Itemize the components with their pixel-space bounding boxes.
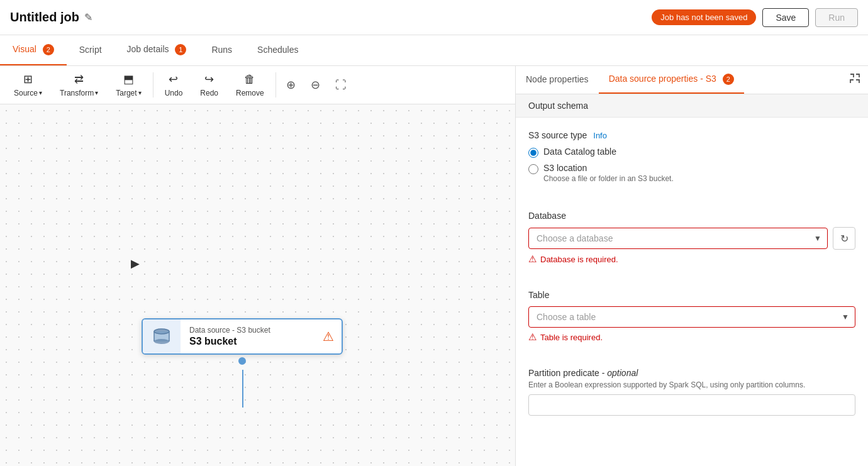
undo-icon: ↩ — [169, 72, 178, 86]
panel-tab-badge: 2 — [723, 74, 734, 85]
divider-1 — [528, 198, 855, 211]
panel-content: S3 source type Info Data Catalog table S… — [516, 118, 868, 466]
zoom-in-icon: ⊕ — [286, 79, 296, 91]
header: Untitled job ✎ Job has not been saved Sa… — [0, 0, 868, 35]
panel-expand-button[interactable] — [842, 68, 868, 92]
job-details-tab-badge: 1 — [175, 44, 186, 55]
remove-button[interactable]: 🗑 Remove — [227, 69, 273, 101]
redo-button[interactable]: ↪ Redo — [191, 69, 227, 101]
database-label: Database — [528, 211, 855, 221]
main-layout: ⊞ Source ▾ ⇄ Transform ▾ ⬒ Target ▾ — [0, 66, 868, 466]
node-warning-icon: ⚠ — [323, 329, 334, 344]
radio-s3-location[interactable]: S3 location Choose a file or folder in a… — [528, 163, 855, 183]
tab-script[interactable]: Script — [67, 36, 114, 65]
node-title: S3 bucket — [189, 336, 333, 347]
node-label: Data source - S3 bucket — [189, 326, 333, 335]
node-icon — [143, 319, 181, 353]
divider-3 — [528, 355, 855, 368]
header-left: Untitled job ✎ — [10, 10, 92, 25]
source-label-row: Source ▾ — [14, 89, 42, 97]
table-error-icon: ⚠ — [528, 331, 537, 343]
tab-runs[interactable]: Runs — [199, 36, 245, 65]
database-error-icon: ⚠ — [528, 253, 537, 265]
transform-icon: ⇄ — [74, 72, 84, 86]
undo-button[interactable]: ↩ Undo — [156, 69, 192, 101]
partition-label: Partition predicate - optional — [528, 368, 855, 378]
toolbar-separator-2 — [275, 72, 276, 97]
node-connector — [238, 357, 246, 365]
s3-node[interactable]: Data source - S3 bucket S3 bucket ⚠ — [142, 318, 343, 355]
svg-point-2 — [154, 339, 169, 344]
source-icon: ⊞ — [23, 72, 33, 86]
target-button[interactable]: ⬒ Target ▾ — [107, 69, 150, 101]
table-select[interactable]: Choose a table — [528, 306, 855, 328]
source-button[interactable]: ⊞ Source ▾ — [5, 69, 51, 101]
save-button[interactable]: Save — [762, 8, 809, 27]
database-refresh-button[interactable]: ↻ — [833, 227, 855, 250]
database-select-wrapper: Choose a database ▼ — [528, 228, 828, 249]
target-arrow-icon: ▾ — [138, 89, 142, 96]
panel-tabs: Node properties Data source properties -… — [516, 66, 868, 94]
database-select-row: Choose a database ▼ ↻ — [528, 227, 855, 250]
refresh-icon: ↻ — [840, 233, 849, 245]
database-select[interactable]: Choose a database — [528, 228, 828, 249]
table-error-msg: ⚠ Table is required. — [528, 331, 855, 343]
target-icon: ⬒ — [123, 72, 134, 86]
edit-title-icon[interactable]: ✎ — [84, 11, 92, 23]
zoom-out-button[interactable]: ⊖ — [303, 73, 328, 97]
table-section: Table Choose a table ▼ ⚠ Table is requir… — [516, 265, 868, 343]
transform-arrow-icon: ▾ — [95, 89, 98, 96]
zoom-in-button[interactable]: ⊕ — [279, 73, 303, 97]
panel-tab-data-source[interactable]: Data source properties - S3 2 — [599, 66, 744, 94]
table-select-row: Choose a table ▼ — [528, 306, 855, 328]
canvas-area: ⊞ Source ▾ ⇄ Transform ▾ ⬒ Target ▾ — [0, 66, 516, 466]
database-section: Database Choose a database ▼ ↻ ⚠ Databas… — [516, 186, 868, 265]
transform-label-row: Transform ▾ — [60, 89, 98, 97]
main-tabs: Visual 2 Script Job details 1 Runs Sched… — [0, 35, 868, 66]
table-label: Table — [528, 290, 855, 300]
database-error-msg: ⚠ Database is required. — [528, 253, 855, 265]
node-content: Data source - S3 bucket S3 bucket — [181, 319, 342, 353]
unsaved-badge: Job has not been saved — [652, 9, 756, 25]
node-connection-line — [242, 370, 243, 408]
tab-schedules[interactable]: Schedules — [245, 36, 311, 65]
cursor: ▶ — [131, 257, 140, 270]
fit-view-button[interactable]: ⛶ — [328, 74, 354, 97]
partition-input[interactable] — [528, 394, 855, 416]
table-select-wrapper: Choose a table ▼ — [528, 306, 855, 328]
source-arrow-icon: ▾ — [39, 89, 42, 96]
transform-button[interactable]: ⇄ Transform ▾ — [51, 69, 107, 101]
radio-s3-location-input[interactable] — [528, 164, 538, 174]
panel-tab-node-props[interactable]: Node properties — [516, 67, 599, 93]
redo-icon: ↪ — [204, 72, 214, 86]
target-label-row: Target ▾ — [116, 89, 141, 97]
zoom-out-icon: ⊖ — [311, 79, 320, 91]
header-right: Job has not been saved Save Run — [652, 8, 858, 27]
tab-visual[interactable]: Visual 2 — [0, 35, 67, 65]
s3-source-type-label: S3 source type Info — [528, 130, 855, 140]
run-button[interactable]: Run — [815, 8, 858, 27]
radio-data-catalog-input[interactable] — [528, 148, 538, 158]
canvas[interactable]: ▶ Data source - S3 bucket S3 bucket — [0, 104, 515, 466]
right-panel: Node properties Data source properties -… — [516, 66, 868, 466]
partition-section: Partition predicate - optional Enter a B… — [516, 343, 868, 416]
page-title: Untitled job — [10, 10, 79, 25]
s3-source-type-section: S3 source type Info Data Catalog table S… — [516, 118, 868, 183]
divider-2 — [528, 277, 855, 290]
tab-job-details[interactable]: Job details 1 — [114, 35, 199, 65]
toolbar: ⊞ Source ▾ ⇄ Transform ▾ ⬒ Target ▾ — [0, 66, 515, 104]
radio-data-catalog[interactable]: Data Catalog table — [528, 147, 855, 158]
info-link[interactable]: Info — [593, 131, 607, 140]
output-schema-bar: Output schema — [516, 94, 868, 118]
partition-sub: Enter a Boolean expression supported by … — [528, 380, 855, 389]
visual-tab-badge: 2 — [43, 44, 54, 55]
radio-group: Data Catalog table S3 location Choose a … — [528, 147, 855, 183]
toolbar-separator-1 — [153, 72, 153, 97]
remove-icon: 🗑 — [244, 73, 255, 86]
fit-view-icon: ⛶ — [335, 79, 347, 91]
